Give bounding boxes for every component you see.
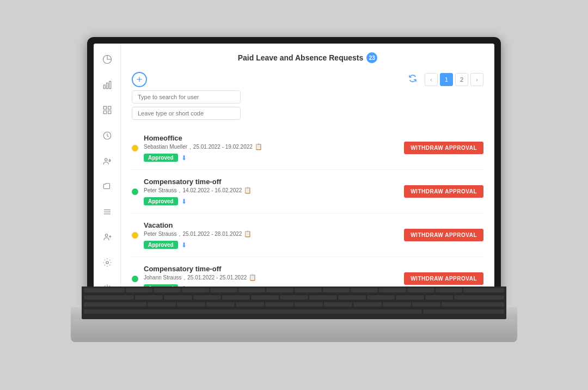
svg-rect-4: [108, 107, 111, 109]
leave-type: Compensatory time-off: [144, 265, 399, 273]
leave-person: Peter Strauss: [144, 187, 177, 193]
svg-rect-0: [103, 85, 105, 89]
download-button[interactable]: ⬇: [181, 154, 187, 162]
refresh-button[interactable]: [405, 72, 420, 87]
svg-rect-1: [106, 83, 108, 89]
svg-rect-2: [109, 81, 111, 89]
page-title: Paid Leave and Absence Requests: [238, 53, 364, 62]
next-page-button[interactable]: ›: [470, 73, 483, 86]
leave-badges: Approved ⬇: [144, 241, 399, 249]
svg-point-13: [105, 234, 108, 237]
leave-item: Vacation Peter Strauss, 25.01.2022 - 28.…: [132, 214, 483, 257]
list-icon[interactable]: [100, 205, 115, 220]
withdraw-approval-button[interactable]: WITHDRAW APPROVAL: [404, 142, 483, 154]
status-dot-green: [132, 188, 138, 195]
approved-badge: Approved: [144, 154, 178, 162]
svg-rect-3: [103, 107, 106, 109]
leave-meta: Peter Strauss, 14.02.2022 - 16.02.2022 📋: [144, 187, 399, 194]
copy-icon[interactable]: 📋: [244, 187, 252, 194]
status-dot-yellow: [132, 232, 138, 239]
approved-badge: Approved: [144, 241, 178, 249]
prev-page-button[interactable]: ‹: [425, 73, 438, 86]
leave-badges: Approved ⬇: [144, 197, 399, 205]
status-dot-green: [132, 276, 138, 282]
leave-dates: 25.01.2022 - 19.02.2022: [193, 144, 253, 150]
leave-item: Compensatory time-off Peter Strauss, 14.…: [132, 170, 483, 214]
withdraw-approval-button[interactable]: WITHDRAW APPROVAL: [404, 185, 483, 198]
toolbar-left: +: [132, 72, 241, 120]
user-add-icon[interactable]: [100, 230, 115, 245]
sidebar: [94, 44, 121, 304]
leave-info: Compensatory time-off Peter Strauss, 14.…: [144, 178, 399, 205]
leave-item: Homeoffice Sebastian Mueller, 25.01.2022…: [132, 126, 483, 170]
page-1-button[interactable]: 1: [440, 73, 453, 86]
request-count-badge: 23: [366, 52, 377, 63]
leave-person: Sebastian Mueller: [144, 144, 187, 150]
leave-meta: Peter Strauss, 25.01.2022 - 28.01.2022 📋: [144, 230, 399, 237]
leave-dates: 25.01.2022 - 25.01.2022: [187, 275, 247, 281]
search-user-input[interactable]: [132, 90, 241, 103]
leave-type: Compensatory time-off: [144, 178, 399, 186]
grid-icon[interactable]: [100, 103, 115, 118]
toolbar-right: ‹ 1 2 ›: [405, 72, 483, 87]
withdraw-approval-button[interactable]: WITHDRAW APPROVAL: [404, 272, 483, 285]
settings-icon[interactable]: [100, 255, 115, 270]
download-button[interactable]: ⬇: [181, 198, 187, 205]
svg-rect-6: [108, 111, 111, 114]
leave-list: Homeoffice Sebastian Mueller, 25.01.2022…: [132, 126, 483, 304]
copy-icon[interactable]: 📋: [244, 230, 252, 237]
status-dot-yellow: [132, 145, 138, 151]
leave-dates: 25.01.2022 - 28.01.2022: [182, 231, 242, 237]
leave-person: Johann Strauss: [144, 275, 182, 281]
laptop-bottom: [71, 319, 517, 342]
page-2-button[interactable]: 2: [455, 73, 468, 86]
leave-type: Homeoffice: [144, 134, 399, 142]
withdraw-approval-button[interactable]: WITHDRAW APPROVAL: [404, 229, 483, 241]
leave-info: Homeoffice Sebastian Mueller, 25.01.2022…: [144, 134, 399, 162]
add-request-button[interactable]: +: [132, 72, 147, 87]
download-button[interactable]: ⬇: [181, 241, 187, 249]
page-header: Paid Leave and Absence Requests 23: [132, 52, 483, 63]
toolbar: + ‹ 1 2: [132, 72, 483, 120]
svg-rect-5: [103, 111, 106, 114]
svg-point-16: [106, 261, 108, 264]
leave-info: Vacation Peter Strauss, 25.01.2022 - 28.…: [144, 221, 399, 249]
svg-point-8: [105, 158, 107, 161]
leave-badges: Approved ⬇: [144, 154, 399, 162]
bar-chart-icon[interactable]: [100, 78, 115, 93]
leave-meta: Sebastian Mueller, 25.01.2022 - 19.02.20…: [144, 143, 399, 150]
users-gear-icon[interactable]: [100, 154, 115, 168]
copy-icon[interactable]: 📋: [255, 143, 262, 150]
search-type-input[interactable]: [132, 107, 241, 120]
approved-badge: Approved: [144, 197, 178, 205]
chart-pie-icon[interactable]: [100, 52, 115, 67]
leave-meta: Johann Strauss, 25.01.2022 - 25.01.2022 …: [144, 274, 399, 281]
copy-icon[interactable]: 📋: [249, 274, 256, 281]
leave-dates: 14.02.2022 - 16.02.2022: [182, 187, 242, 193]
keyboard-area: [82, 287, 506, 319]
leave-type: Vacation: [144, 221, 399, 229]
pagination: ‹ 1 2 ›: [425, 73, 483, 86]
leave-person: Peter Strauss: [144, 231, 177, 237]
folder-icon[interactable]: [100, 179, 115, 194]
clock-icon[interactable]: [100, 129, 115, 143]
main-content: Paid Leave and Absence Requests 23 +: [121, 44, 494, 304]
